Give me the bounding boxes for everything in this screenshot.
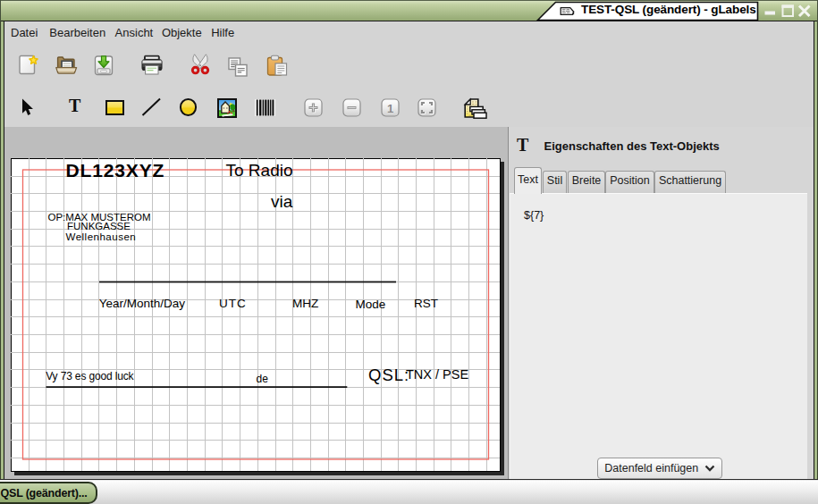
svg-text:1: 1 <box>387 102 394 115</box>
